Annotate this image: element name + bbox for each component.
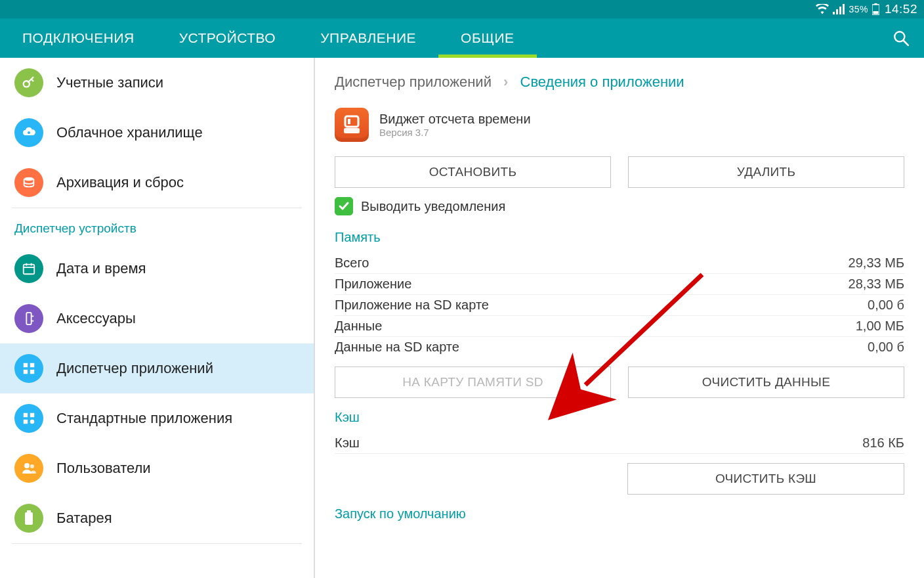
signal-icon bbox=[833, 4, 845, 14]
svg-rect-20 bbox=[25, 512, 33, 525]
sidebar-item-label: Архивация и сброс bbox=[56, 174, 184, 191]
sidebar-item-label: Пользователи bbox=[56, 460, 151, 477]
sidebar-item-label: Стандартные приложения bbox=[56, 410, 232, 427]
sidebar-item-default-apps[interactable]: Стандартные приложения bbox=[0, 393, 314, 443]
cloud-icon bbox=[14, 118, 43, 147]
tab-bar: ПОДКЛЮЧЕНИЯ УСТРОЙСТВО УПРАВЛЕНИЕ ОБЩИЕ bbox=[0, 18, 924, 58]
sidebar-item-app-manager[interactable]: Диспетчер приложений bbox=[0, 344, 314, 393]
kv-row: Приложение28,33 МБ bbox=[335, 274, 904, 295]
accessory-icon bbox=[14, 304, 43, 333]
svg-rect-2 bbox=[873, 11, 878, 14]
sidebar-item-backup[interactable]: Архивация и сброс bbox=[0, 158, 314, 208]
breadcrumb: Диспетчер приложений › Сведения о прилож… bbox=[335, 74, 904, 91]
sidebar-item-label: Батарея bbox=[56, 510, 112, 527]
move-to-sd-button[interactable]: НА КАРТУ ПАМЯТИ SD bbox=[335, 367, 611, 398]
app-name: Виджет отсчета времени bbox=[379, 112, 531, 127]
sidebar-item-label: Облачное хранилище bbox=[56, 124, 203, 141]
stop-button[interactable]: ОСТАНОВИТЬ bbox=[335, 156, 611, 188]
sidebar-item-label: Диспетчер приложений bbox=[56, 360, 213, 377]
svg-rect-12 bbox=[24, 370, 28, 374]
search-icon bbox=[892, 30, 910, 47]
content-pane: Диспетчер приложений › Сведения о прилож… bbox=[315, 58, 924, 578]
status-time: 14:52 bbox=[885, 2, 917, 16]
sidebar-item-date[interactable]: Дата и время bbox=[0, 244, 314, 294]
launch-section-header: Запуск по умолчанию bbox=[335, 506, 904, 522]
chevron-right-icon: › bbox=[503, 74, 508, 90]
checkbox-label: Выводить уведомления bbox=[361, 199, 505, 214]
sidebar-item-cloud[interactable]: Облачное хранилище bbox=[0, 108, 314, 158]
memory-section-header: Память bbox=[335, 230, 904, 245]
svg-rect-21 bbox=[27, 510, 31, 512]
tab-connections[interactable]: ПОДКЛЮЧЕНИЯ bbox=[0, 18, 157, 58]
cache-section-header: Кэш bbox=[335, 410, 904, 425]
notifications-checkbox-row[interactable]: Выводить уведомления bbox=[335, 197, 904, 215]
svg-rect-23 bbox=[345, 116, 358, 127]
breadcrumb-current: Сведения о приложении bbox=[520, 74, 684, 90]
svg-rect-10 bbox=[24, 363, 28, 367]
sidebar-item-accounts[interactable]: Учетные записи bbox=[0, 58, 314, 108]
clear-data-button[interactable]: ОЧИСТИТЬ ДАННЫЕ bbox=[628, 367, 904, 398]
calendar-icon bbox=[14, 254, 43, 283]
sidebar-item-label: Учетные записи bbox=[56, 74, 163, 91]
users-icon bbox=[14, 454, 43, 483]
sidebar: Учетные записи Облачное хранилище Архива… bbox=[0, 58, 315, 578]
sidebar-item-battery[interactable]: Батарея bbox=[0, 493, 314, 543]
wifi-icon bbox=[816, 4, 829, 14]
sidebar-section-header: Диспетчер устройств bbox=[0, 208, 314, 244]
kv-row: Всего29,33 МБ bbox=[335, 253, 904, 274]
svg-point-17 bbox=[30, 420, 34, 424]
breadcrumb-parent[interactable]: Диспетчер приложений bbox=[335, 74, 492, 90]
svg-rect-16 bbox=[24, 420, 28, 424]
kv-row: Приложение на SD карте0,00 б bbox=[335, 295, 904, 316]
kv-row: Данные на SD карте0,00 б bbox=[335, 337, 904, 357]
svg-rect-11 bbox=[30, 363, 34, 367]
sidebar-item-label: Дата и время bbox=[56, 260, 146, 277]
svg-rect-14 bbox=[24, 413, 28, 417]
sidebar-item-label: Аксессуары bbox=[56, 310, 136, 327]
grid-icon bbox=[14, 354, 43, 383]
sidebar-item-accessories[interactable]: Аксессуары bbox=[0, 294, 314, 344]
delete-button[interactable]: УДАЛИТЬ bbox=[628, 156, 904, 188]
tab-management[interactable]: УПРАВЛЕНИЕ bbox=[298, 18, 438, 58]
app-icon bbox=[335, 108, 369, 142]
svg-rect-24 bbox=[348, 119, 350, 124]
svg-rect-15 bbox=[30, 413, 34, 417]
search-button[interactable] bbox=[878, 18, 924, 58]
kv-row: Данные1,00 МБ bbox=[335, 316, 904, 337]
tab-general[interactable]: ОБЩИЕ bbox=[438, 18, 536, 58]
battery-icon bbox=[872, 3, 879, 15]
svg-rect-8 bbox=[24, 265, 35, 275]
checkbox-checked-icon[interactable] bbox=[335, 197, 353, 215]
kv-row: Кэш816 КБ bbox=[335, 433, 904, 454]
svg-rect-9 bbox=[26, 313, 31, 324]
key-icon bbox=[14, 68, 43, 97]
app-header: Виджет отсчета времени Версия 3.7 bbox=[335, 108, 904, 142]
svg-point-18 bbox=[24, 463, 30, 468]
tab-device[interactable]: УСТРОЙСТВО bbox=[157, 18, 299, 58]
battery-large-icon bbox=[14, 504, 43, 533]
app-version: Версия 3.7 bbox=[379, 127, 531, 138]
memory-list: Всего29,33 МБ Приложение28,33 МБ Приложе… bbox=[335, 253, 904, 357]
svg-rect-22 bbox=[344, 128, 360, 133]
grid-dot-icon bbox=[14, 404, 43, 433]
svg-line-4 bbox=[903, 40, 908, 45]
status-bar: 35% 14:52 bbox=[0, 0, 924, 18]
svg-rect-1 bbox=[874, 3, 877, 5]
svg-point-7 bbox=[24, 177, 34, 181]
svg-point-19 bbox=[30, 464, 34, 468]
sidebar-item-users[interactable]: Пользователи bbox=[0, 443, 314, 493]
clear-cache-button[interactable]: ОЧИСТИТЬ КЭШ bbox=[627, 463, 904, 495]
svg-rect-13 bbox=[30, 370, 34, 374]
backup-icon bbox=[14, 168, 43, 197]
battery-percent: 35% bbox=[849, 4, 868, 14]
